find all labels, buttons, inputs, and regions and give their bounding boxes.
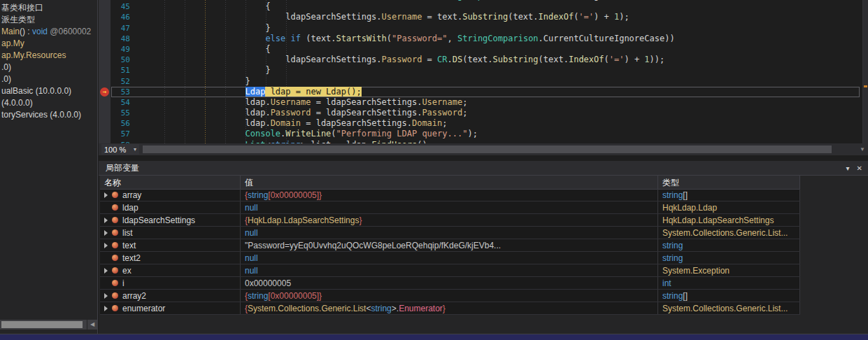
variable-name: text — [122, 241, 136, 250]
breakpoint-margin[interactable] — [99, 65, 111, 76]
code-line-57[interactable]: 57 Console.WriteLine("Performing LDAP qu… — [99, 129, 868, 139]
breakpoint-margin[interactable] — [99, 55, 111, 65]
breakpoint-margin[interactable] — [99, 34, 111, 44]
code-line-54[interactable]: 54 ldap.Username = ldapSearchSettings.Us… — [99, 97, 868, 108]
sidebar-item-assembly-1[interactable]: .0) — [1, 62, 97, 73]
row-expander-icon[interactable] — [104, 306, 108, 311]
locals-row-i[interactable]: i0x00000005int — [100, 277, 800, 290]
variable-name-cell[interactable]: ldapSearchSettings — [100, 214, 241, 226]
locals-row-list[interactable]: listnullSystem.Collections.Generic.List.… — [100, 227, 800, 239]
sidebar-item-visualbasic[interactable]: ualBasic (10.0.0.0) — [1, 85, 97, 97]
variable-value-cell[interactable]: 0x00000005 — [241, 277, 658, 289]
code-editor[interactable]: 44 if (text.StartsWith("Username=", Stri… — [99, 0, 868, 143]
variable-value-cell[interactable]: null — [241, 227, 658, 239]
sidebar-item-base-classes[interactable]: 基类和接口 — [1, 2, 97, 14]
variable-value-cell[interactable]: {HqkLdap.LdapSearchSettings} — [241, 214, 658, 226]
code-line-53[interactable]: →53 Ldap ldap = new Ldap(); — [99, 87, 868, 97]
variable-name-cell[interactable]: array2 — [100, 290, 241, 302]
breakpoint-margin[interactable] — [99, 76, 111, 87]
sidebar-hscroll-track[interactable] — [0, 320, 87, 330]
sidebar-hscrollbar[interactable]: ◀ — [0, 320, 98, 330]
locals-row-text2[interactable]: text2nullstring — [100, 252, 800, 264]
zoom-control[interactable]: 100 % ▾ — [101, 144, 139, 155]
variable-value-cell[interactable]: {System.Collections.Generic.List<string>… — [241, 302, 658, 314]
variable-icon — [112, 292, 118, 299]
variable-name-cell[interactable]: list — [100, 227, 241, 239]
breakpoint-margin[interactable]: → — [99, 87, 111, 97]
sidebar-item-ap-my-resources[interactable]: ap.My.Resources — [1, 50, 97, 62]
scroll-down-icon[interactable]: ▼ — [857, 143, 868, 155]
code-line-51[interactable]: 51 } — [99, 65, 868, 76]
row-expander-icon[interactable] — [104, 230, 108, 236]
row-expander-icon[interactable] — [104, 293, 108, 299]
variable-value-cell[interactable]: {string[0x00000005]} — [241, 189, 658, 201]
variable-name-cell[interactable]: i — [100, 277, 241, 289]
code-line-56[interactable]: 56 ldap.Domain = ldapSearchSettings.Doma… — [99, 118, 868, 129]
row-expander-icon[interactable] — [104, 243, 108, 248]
locals-title-bar[interactable]: 局部变量 ▾ ✕ — [99, 161, 868, 176]
sidebar-item-derived-types[interactable]: 派生类型 — [1, 14, 97, 26]
row-expander-icon[interactable] — [104, 218, 108, 223]
code-line-48[interactable]: 48 else if (text.StartsWith("Password=",… — [99, 34, 868, 44]
variable-name-cell[interactable]: text — [100, 239, 241, 251]
breakpoint-margin[interactable] — [99, 1, 111, 12]
breakpoint-margin[interactable] — [99, 97, 111, 108]
sidebar-item-assembly-2[interactable]: .0) — [1, 73, 97, 85]
variable-name-cell[interactable]: array — [100, 189, 241, 201]
locals-row-array[interactable]: array{string[0x00000005]}string[] — [100, 189, 800, 201]
variable-value-cell[interactable]: null — [241, 252, 658, 264]
code-text: Ldap ldap = new Ldap(); — [134, 87, 362, 97]
breakpoint-margin[interactable] — [99, 118, 111, 129]
variable-value-cell[interactable]: null — [241, 264, 658, 276]
breakpoint-margin[interactable] — [99, 108, 111, 118]
chevron-down-icon[interactable]: ▾ — [134, 146, 136, 153]
close-icon[interactable]: ✕ — [857, 164, 862, 172]
code-line-55[interactable]: 55 ldap.Password = ldapSearchSettings.Pa… — [99, 108, 868, 118]
breakpoint-margin[interactable] — [99, 12, 111, 22]
variable-value-cell[interactable]: null — [241, 201, 658, 213]
sidebar-item-main-method[interactable]: Main() : void @0600002 — [1, 26, 97, 38]
code-line-49[interactable]: 49 { — [99, 44, 868, 55]
breakpoint-margin[interactable] — [99, 129, 111, 139]
code-text: ldapSearchSettings.Username = text.Subst… — [134, 12, 629, 22]
sidebar-hscroll-thumb[interactable] — [1, 321, 83, 328]
column-header-name[interactable]: 名称 — [100, 176, 241, 190]
editor-hscrollbar[interactable] — [141, 143, 855, 155]
column-header-type[interactable]: 类型 — [658, 176, 800, 190]
locals-title: 局部变量 — [106, 162, 139, 174]
locals-row-ldapSearchSettings[interactable]: ldapSearchSettings{HqkLdap.LdapSearchSet… — [100, 214, 800, 227]
variable-name-cell[interactable]: ex — [100, 264, 241, 276]
column-header-value[interactable]: 值 — [241, 176, 658, 190]
window-position-icon[interactable]: ▾ — [846, 164, 850, 172]
variable-name-cell[interactable]: enumerator — [100, 302, 241, 314]
locals-row-ex[interactable]: exnullSystem.Exception — [100, 264, 800, 277]
editor-vscrollbar[interactable] — [862, 0, 868, 143]
code-line-46[interactable]: 46 ldapSearchSettings.Username = text.Su… — [99, 12, 868, 22]
scroll-left-icon[interactable]: ◀ — [87, 320, 97, 330]
code-line-47[interactable]: 47 } — [99, 23, 868, 34]
sidebar-item-assembly-3[interactable]: (4.0.0.0) — [1, 97, 97, 109]
editor-hscroll-thumb[interactable] — [143, 146, 832, 153]
sidebar-item-ap-my[interactable]: ap.My — [1, 38, 97, 50]
code-line-50[interactable]: 50 ldapSearchSettings.Password = CR.DS(t… — [99, 55, 868, 65]
code-line-45[interactable]: 45 { — [99, 1, 868, 12]
breakpoint-margin[interactable] — [99, 140, 111, 143]
variable-value-cell[interactable]: {string[0x00000005]} — [241, 290, 658, 302]
variable-icon — [112, 255, 118, 261]
breakpoint-margin[interactable] — [99, 44, 111, 55]
variable-icon — [112, 204, 118, 211]
locals-row-array2[interactable]: array2{string[0x00000005]}string[] — [100, 290, 800, 302]
variable-name-cell[interactable]: ldap — [100, 201, 241, 213]
locals-row-ldap[interactable]: ldapnullHqkLdap.Ldap — [100, 201, 800, 214]
breakpoint-margin[interactable] — [99, 23, 111, 34]
code-line-52[interactable]: 52 } — [99, 76, 868, 87]
locals-row-enumerator[interactable]: enumerator{System.Collections.Generic.Li… — [100, 302, 800, 315]
variable-name: enumerator — [122, 304, 165, 313]
locals-row-text[interactable]: text"Password=yyEq0Uvvhq2uQOcWG8peLoeRQe… — [100, 239, 800, 252]
sidebar-item-directoryservices[interactable]: toryServices (4.0.0.0) — [1, 109, 97, 121]
current-statement-breakpoint-icon[interactable]: → — [100, 87, 109, 97]
row-expander-icon[interactable] — [104, 268, 108, 274]
row-expander-icon[interactable] — [104, 192, 108, 198]
variable-value-cell[interactable]: "Password=yyEq0Uvvhq2uQOcWG8peLoeRQehqip… — [241, 239, 658, 251]
variable-name-cell[interactable]: text2 — [100, 252, 241, 264]
